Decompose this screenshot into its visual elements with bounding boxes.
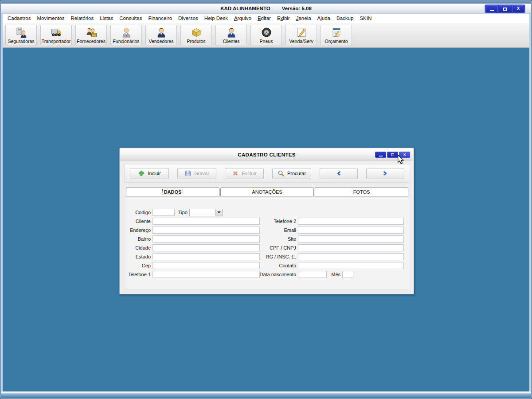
bairro-input[interactable] xyxy=(153,235,260,243)
menu-item-ajuda[interactable]: Ajuda xyxy=(314,14,333,23)
tipo-selected-value xyxy=(190,209,215,216)
form-row: Contato xyxy=(258,262,405,269)
toolbar-button-transportador[interactable]: Transportador xyxy=(40,25,72,45)
action-button-label: Excluir xyxy=(242,171,256,176)
mes-label: Mês xyxy=(327,272,342,277)
app-title: KAD ALINHAMENTO xyxy=(220,6,270,11)
telefone-2-label: Telefone 2 xyxy=(258,219,298,224)
data-nascimento-label: Data nascimento xyxy=(258,272,298,277)
minimize-icon xyxy=(379,156,383,156)
endere-o-label: Endereço xyxy=(125,227,153,233)
menu-item-diversos[interactable]: Diversos xyxy=(175,14,201,23)
close-icon: X xyxy=(517,7,520,11)
cidade-input[interactable] xyxy=(153,244,260,251)
toolbar-button-seguradoras[interactable]: Seguradoras xyxy=(5,25,37,45)
menu-item-skin[interactable]: SKIN xyxy=(356,14,375,23)
form-row: Telefone 2 xyxy=(258,218,405,225)
cliente-label: Cliente xyxy=(125,219,153,224)
tab-fotos[interactable]: FOTOS xyxy=(315,187,408,196)
menu-item-relat-rios[interactable]: Relatórios xyxy=(67,14,97,23)
tab-anota-es[interactable]: ANOTAÇÕES xyxy=(220,187,314,196)
site-label: Site xyxy=(258,236,298,242)
menu-item-listas[interactable]: Listas xyxy=(97,14,116,23)
menu-item-consultas[interactable]: Consultas xyxy=(116,14,145,23)
menu-item-janela[interactable]: Janela xyxy=(293,14,314,23)
delete-icon xyxy=(232,170,239,177)
toolbar-button-fornecedores[interactable]: Fornecedores xyxy=(75,25,107,45)
form-row: Cidade xyxy=(125,244,264,251)
bairro-label: Bairro xyxy=(125,236,153,242)
form-row: Email xyxy=(258,227,405,234)
menu-item-arquivo[interactable]: Arquivo xyxy=(231,14,254,23)
telefone-1-input[interactable] xyxy=(153,271,260,278)
menu-item-editar[interactable]: Editar xyxy=(254,14,274,23)
rg-insc-e-input[interactable] xyxy=(298,253,404,260)
toolbar-button-pneus[interactable]: Pneus xyxy=(250,25,282,45)
tipo-select[interactable] xyxy=(189,209,223,216)
dialog-title: CADASTRO CLIENTES xyxy=(238,152,295,157)
estado-input[interactable] xyxy=(153,253,260,260)
form-row: Data nascimento Mês xyxy=(258,271,405,278)
arrow-left-button[interactable] xyxy=(320,168,358,179)
cpf-cnpj-input[interactable] xyxy=(298,244,404,251)
mes-input[interactable] xyxy=(342,271,353,278)
procurar-button[interactable]: Procurar xyxy=(272,168,311,179)
dados-tab-panel: Codigo Tipo Cliente Endereço Bairro Cida… xyxy=(125,198,409,290)
codigo-label: Codigo xyxy=(125,210,153,215)
form-row: Cliente xyxy=(125,218,264,225)
incluir-button[interactable]: Incluir xyxy=(130,168,169,179)
truck-icon xyxy=(51,27,62,38)
telefone-2-input[interactable] xyxy=(298,218,404,225)
estado-label: Estado xyxy=(125,254,153,259)
cliente-input[interactable] xyxy=(153,218,260,225)
dialog-minimize-button[interactable] xyxy=(375,152,386,158)
form-row: Bairro xyxy=(125,235,264,243)
email-input[interactable] xyxy=(298,227,404,234)
arrow-right-button[interactable] xyxy=(366,168,404,179)
cadastro-clientes-dialog: CADASTRO CLIENTES X Incluir Gravar Exclu… xyxy=(119,148,414,294)
telefone-1-label: Telefone 1 xyxy=(125,272,153,277)
toolbar-button-or-amento[interactable]: Orçamento xyxy=(321,25,352,45)
menu-item-cadastros[interactable]: Cadastros xyxy=(4,14,34,23)
menu-item-movimentos[interactable]: Movimentos xyxy=(34,14,67,23)
menu-item-help-desk[interactable]: Help Desk xyxy=(201,14,231,23)
toolbar-button-label: Produtos xyxy=(187,39,205,44)
toolbar-button-venda-serv[interactable]: Venda/Serv xyxy=(286,25,317,45)
toolbar-button-label: Pneus xyxy=(260,39,273,44)
close-button[interactable]: X xyxy=(512,5,524,12)
site-input[interactable] xyxy=(298,235,404,243)
tab-dados[interactable]: DADOS xyxy=(126,187,219,196)
gravar-button[interactable]: Gravar xyxy=(177,168,216,179)
action-button-label: Gravar xyxy=(194,171,209,176)
toolbar-button-vendedores[interactable]: Vendedores xyxy=(145,25,177,45)
contato-input[interactable] xyxy=(298,262,404,269)
data-nascimento-input[interactable] xyxy=(298,271,327,278)
cep-input[interactable] xyxy=(153,262,260,269)
salesman-icon xyxy=(156,27,167,38)
toolbar-button-label: Seguradoras xyxy=(8,39,34,44)
tab-label: DADOS xyxy=(163,189,183,195)
tab-label: FOTOS xyxy=(353,189,370,195)
action-button-label: Incluir xyxy=(148,171,160,176)
toolbar-button-label: Clientes xyxy=(223,39,240,44)
toolbar-button-produtos[interactable]: Produtos xyxy=(180,25,212,45)
menu-item-backup[interactable]: Backup xyxy=(333,14,356,23)
toolbar-button-label: Venda/Serv xyxy=(289,39,313,44)
form-row: Endereço xyxy=(125,227,264,234)
main-titlebar: KAD ALINHAMENTO Versão: 5.08 X xyxy=(1,4,531,13)
form-left-column: Codigo Tipo Cliente Endereço Bairro Cida… xyxy=(125,209,264,280)
codigo-input[interactable] xyxy=(153,209,175,216)
menu-item-exibir[interactable]: Exibir xyxy=(274,14,293,23)
dialog-maximize-button[interactable] xyxy=(387,152,398,158)
maximize-button[interactable] xyxy=(499,5,511,12)
toolbar-button-funcion-rios[interactable]: Funcionários xyxy=(110,25,142,45)
minimize-button[interactable] xyxy=(485,5,498,12)
toolbar-button-clientes[interactable]: Clientes xyxy=(215,25,247,45)
suppliers-icon xyxy=(86,27,97,38)
endere-o-input[interactable] xyxy=(153,227,260,234)
minimize-icon xyxy=(490,10,494,11)
cpf-cnpj-label: CPF / CNPJ xyxy=(258,245,298,250)
plus-icon xyxy=(138,170,145,177)
excluir-button[interactable]: Excluir xyxy=(225,168,264,179)
menu-item-financeiro[interactable]: Financeiro xyxy=(145,14,175,23)
